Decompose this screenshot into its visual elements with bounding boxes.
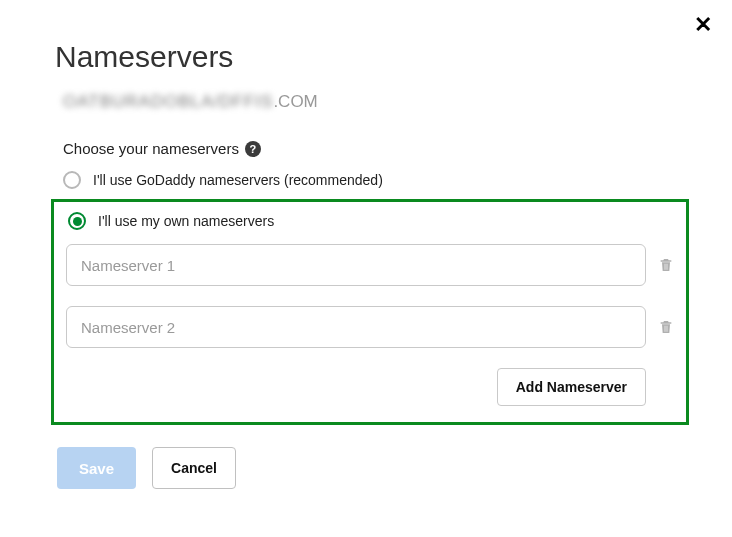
nameserver-1-input[interactable] <box>66 244 646 286</box>
section-label-text: Choose your nameservers <box>63 140 239 157</box>
section-label: Choose your nameservers ? <box>63 140 677 157</box>
radio-option-godaddy[interactable]: I'll use GoDaddy nameservers (recommende… <box>63 171 677 189</box>
nameserver-row-1 <box>66 244 674 286</box>
domain-obscured: OATBURADOBLA/DFFIS <box>63 92 273 111</box>
cancel-button[interactable]: Cancel <box>152 447 236 489</box>
nameserver-row-2 <box>66 306 674 348</box>
dialog-actions: Save Cancel <box>57 447 677 489</box>
radio-label: I'll use GoDaddy nameservers (recommende… <box>93 172 383 188</box>
radio-icon[interactable] <box>68 212 86 230</box>
domain-suffix: .COM <box>273 92 317 111</box>
nameserver-2-input[interactable] <box>66 306 646 348</box>
page-title: Nameservers <box>55 40 677 74</box>
radio-option-own[interactable]: I'll use my own nameservers <box>68 212 674 230</box>
help-icon[interactable]: ? <box>245 141 261 157</box>
domain-name: OATBURADOBLA/DFFIS.COM <box>63 92 677 112</box>
own-nameservers-panel: I'll use my own nameservers Add Nameserv… <box>51 199 689 425</box>
dialog-container: Nameservers OATBURADOBLA/DFFIS.COM Choos… <box>0 0 732 519</box>
close-icon[interactable]: ✕ <box>694 14 712 36</box>
radio-icon[interactable] <box>63 171 81 189</box>
save-button[interactable]: Save <box>57 447 136 489</box>
add-nameserver-button[interactable]: Add Nameserver <box>497 368 646 406</box>
add-row: Add Nameserver <box>66 368 674 406</box>
radio-label: I'll use my own nameservers <box>98 213 274 229</box>
trash-icon[interactable] <box>658 319 674 335</box>
trash-icon[interactable] <box>658 257 674 273</box>
